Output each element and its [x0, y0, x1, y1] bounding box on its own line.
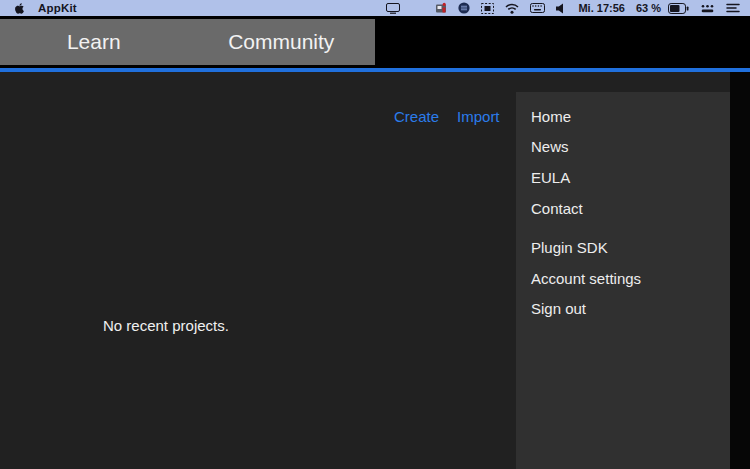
menu-item-plugin-sdk[interactable]: Plugin SDK — [516, 232, 730, 263]
app-circle-icon[interactable] — [458, 2, 470, 14]
account-dropdown-menu: Home News EULA Contact Plugin SDK Accoun… — [516, 92, 730, 469]
import-button[interactable]: Import — [457, 108, 500, 125]
menu-group-divider — [516, 223, 730, 232]
menu-item-home[interactable]: Home — [516, 101, 730, 132]
menu-item-eula-label: EULA — [531, 169, 570, 186]
tab-learn-label: Learn — [67, 30, 121, 54]
dots-grid-icon[interactable] — [700, 3, 715, 14]
app-red-icon[interactable] — [435, 2, 447, 14]
create-button[interactable]: Create — [394, 108, 439, 125]
main-content: Create Import No recent projects. Home N… — [0, 72, 750, 469]
menu-item-sign-out[interactable]: Sign out — [516, 294, 730, 325]
volume-icon[interactable] — [556, 3, 567, 14]
menu-item-contact[interactable]: Contact — [516, 193, 730, 224]
menu-item-account-settings-label: Account settings — [531, 270, 641, 287]
right-edge-strip — [730, 72, 750, 469]
battery-percent-label: 63 % — [636, 2, 661, 14]
menu-item-news[interactable]: News — [516, 132, 730, 163]
display-mirroring-icon[interactable] — [386, 3, 400, 14]
menu-item-account-settings[interactable]: Account settings — [516, 263, 730, 294]
tab-learn[interactable]: Learn — [0, 19, 188, 65]
tab-community[interactable]: Community — [188, 19, 376, 65]
tab-community-label: Community — [228, 30, 334, 54]
notification-list-icon[interactable] — [726, 3, 740, 13]
project-actions: Create Import — [394, 108, 500, 125]
wifi-icon[interactable] — [505, 3, 519, 14]
menu-item-sign-out-label: Sign out — [531, 300, 586, 317]
menubar-clock[interactable]: Mi. 17:56 — [578, 2, 624, 14]
battery-icon[interactable] — [668, 3, 689, 14]
keyboard-icon[interactable] — [530, 3, 545, 13]
menu-item-home-label: Home — [531, 108, 571, 125]
screen-capture-icon[interactable] — [481, 3, 494, 14]
apple-logo-icon[interactable] — [14, 2, 25, 15]
menu-item-contact-label: Contact — [531, 200, 583, 217]
empty-state-message: No recent projects. — [103, 317, 229, 334]
german-flag-input-icon[interactable] — [411, 4, 424, 13]
menubar-app-name[interactable]: AppKit — [38, 2, 77, 14]
menu-item-news-label: News — [531, 138, 569, 155]
menu-item-eula[interactable]: EULA — [516, 162, 730, 193]
menu-item-plugin-sdk-label: Plugin SDK — [531, 239, 608, 256]
tab-strip: Learn Community — [0, 19, 750, 68]
macos-menubar: AppKit Mi. 17:56 63 % — [0, 0, 750, 16]
